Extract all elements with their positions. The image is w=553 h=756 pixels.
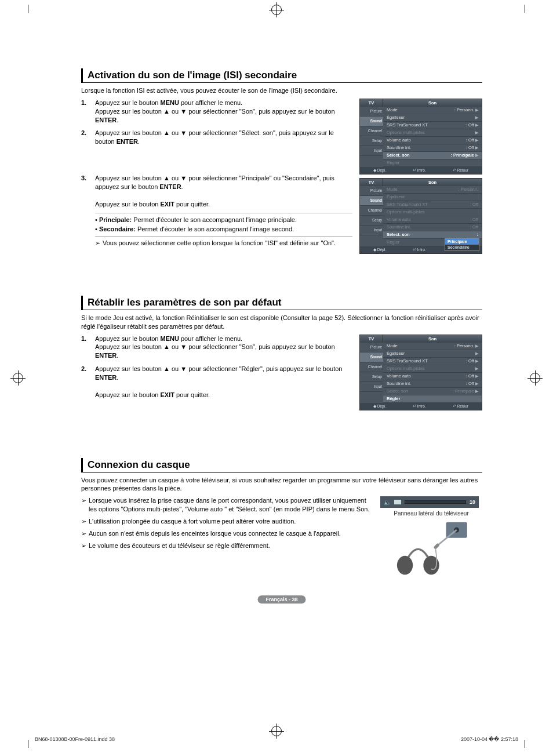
speaker-icon: 🔈 — [384, 499, 391, 506]
svg-point-2 — [397, 556, 413, 575]
section-title: Connexion du casque — [81, 458, 482, 472]
registration-mark-icon — [530, 373, 540, 383]
note-icon: ➢ — [81, 496, 86, 514]
osd-screenshot: TVSon Picture Sound Channel Setup Input … — [359, 178, 482, 254]
definition-box: • Principale: Permet d'écouter le son ac… — [95, 213, 352, 237]
note: ➢Le volume des écouteurs et du téléviseu… — [81, 541, 373, 550]
step-text: Appuyez sur les bouton ▲ ou ▼ pour sélec… — [95, 129, 352, 146]
note-icon: ➢ — [81, 529, 86, 538]
print-footer: BN68-01308B-00Fre-0911.indd 38 2007-10-0… — [35, 736, 518, 742]
note-icon: ➢ — [81, 541, 86, 550]
section-title: Activation du son de l'image (ISI) secon… — [81, 68, 482, 83]
osd-dropdown: Principale Secondaire — [445, 238, 479, 251]
note-icon: ➢ — [95, 239, 100, 248]
section-intro: Lorsque la fonction ISI est activée, vou… — [81, 86, 482, 95]
headphones-icon — [388, 519, 475, 577]
step-text: Appuyez sur les bouton ▲ ou ▼ pour sélec… — [95, 174, 352, 208]
step-number: 1. — [81, 99, 89, 125]
page-number-badge: Français - 38 — [257, 595, 305, 604]
footer-timestamp: 2007-10-04 �� 2:57:18 — [461, 736, 518, 742]
note-icon: ➢ — [81, 517, 86, 526]
osd-screenshot: TVSon Picture Sound Channel Setup Input … — [359, 99, 482, 175]
registration-mark-icon — [271, 726, 282, 736]
section-intro: Si le mode Jeu est activé, la fonction R… — [81, 314, 482, 331]
registration-mark-icon — [13, 373, 23, 383]
note: ➢Lorsque vous insérez la prise casque da… — [81, 496, 373, 514]
footer-filename: BN68-01308B-00Fre-0911.indd 38 — [35, 736, 115, 742]
note: ➢L'utilisation prolongée du casque à for… — [81, 517, 373, 526]
step-number: 2. — [81, 129, 89, 146]
step-number: 3. — [81, 174, 89, 208]
note: ➢ Vous pouvez sélectionner cette option … — [95, 239, 352, 248]
headphone-figure: 🔈 10 Panneau latéral du téléviseur — [380, 496, 482, 578]
step-text: Appuyez sur les bouton ▲ ou ▼ pour sélec… — [95, 365, 352, 399]
section-intro: Vous pouvez connecter un casque à votre … — [81, 476, 482, 493]
section-title: Rétablir les paramètres de son par défau… — [81, 296, 482, 310]
figure-caption: Panneau latéral du téléviseur — [380, 510, 482, 517]
step-number: 2. — [81, 365, 89, 399]
manual-page: Activation du son de l'image (ISI) secon… — [81, 68, 482, 578]
step-text: Appuyez sur le bouton MENU pour afficher… — [95, 335, 352, 361]
note: ➢Aucun son n'est émis depuis les enceint… — [81, 529, 373, 538]
volume-bar: 🔈 10 — [380, 496, 479, 508]
step-text: Appuyez sur le bouton MENU pour afficher… — [95, 99, 352, 125]
step-number: 1. — [81, 335, 89, 361]
osd-screenshot: TVSon Picture Sound Channel Setup Input … — [359, 335, 482, 410]
